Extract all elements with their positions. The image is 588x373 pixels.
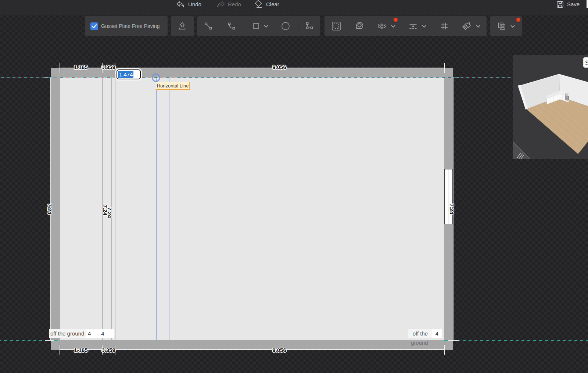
svg-text:S: S [585, 60, 588, 67]
